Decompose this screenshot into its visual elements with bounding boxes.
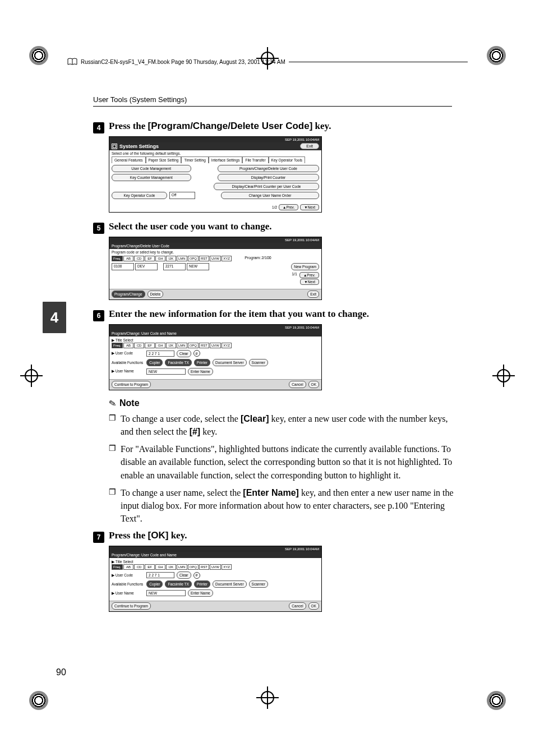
function-button[interactable]: Document Server bbox=[213, 359, 247, 366]
page-number: 90 bbox=[56, 667, 66, 677]
ok-button[interactable]: OK bbox=[308, 602, 319, 610]
function-button[interactable]: Facsimile TX bbox=[165, 359, 191, 366]
setting-button[interactable]: User Code Management bbox=[112, 165, 191, 172]
registration-mark-bottom bbox=[256, 686, 279, 709]
pager-next[interactable]: ▼Next bbox=[300, 279, 319, 285]
ok-button[interactable]: OK bbox=[308, 381, 319, 388]
alpha-tab[interactable]: GH bbox=[155, 256, 165, 261]
exit-button[interactable]: Exit bbox=[307, 291, 319, 298]
alpha-tab[interactable]: XYZ bbox=[222, 564, 232, 570]
tab[interactable]: Interface Settings bbox=[209, 156, 243, 163]
user-name-field[interactable]: NEW bbox=[146, 590, 186, 596]
alpha-tab[interactable]: CD bbox=[134, 256, 144, 261]
pager-prev[interactable]: ▲Prev. bbox=[299, 272, 319, 278]
alpha-tab[interactable]: CD bbox=[134, 564, 144, 570]
registration-mark-left bbox=[20, 365, 43, 387]
function-button[interactable]: Scanner bbox=[249, 580, 268, 588]
tab[interactable]: Key Operator Tools bbox=[269, 156, 306, 163]
alpha-tab[interactable]: RST bbox=[199, 564, 209, 570]
setting-button[interactable]: Display/Clear/Print Counter per User Cod… bbox=[214, 183, 319, 190]
clear-button[interactable]: Clear bbox=[177, 350, 191, 357]
function-button[interactable]: Facsimile TX bbox=[165, 580, 191, 588]
user-name-field[interactable]: NEW bbox=[146, 368, 186, 375]
alpha-tab[interactable]: LMN bbox=[177, 564, 187, 570]
alpha-tabs: Freq. AB CD EF GH IJK LMN OPQ RST UVW XY… bbox=[112, 256, 319, 261]
alpha-tab[interactable]: OPQ bbox=[188, 564, 199, 570]
pager-prev[interactable]: ▲Prev. bbox=[279, 204, 298, 210]
alpha-tab[interactable]: OPQ bbox=[188, 256, 199, 261]
alpha-tab[interactable]: EF bbox=[145, 564, 155, 570]
alpha-tab[interactable]: Freq. bbox=[112, 564, 123, 570]
screenshot-system-settings: SEP 19,2001 10:04AM System Settings Exit… bbox=[109, 136, 322, 213]
window-title: Program/Change: User Code and Name bbox=[109, 330, 321, 336]
setting-button[interactable]: Program/Change/Delete User Code bbox=[218, 165, 319, 172]
continue-button[interactable]: Continue to Program bbox=[112, 381, 151, 388]
note-block: ✎ Note ❒ To change a user code, select t… bbox=[93, 398, 458, 525]
alpha-tab[interactable]: RST bbox=[199, 343, 209, 348]
crop-mark-bottom-left bbox=[22, 683, 56, 717]
alpha-tab[interactable]: RST bbox=[199, 256, 209, 261]
pager-next[interactable]: ▼Next bbox=[300, 204, 319, 210]
setting-button[interactable]: Key Operator Code bbox=[112, 192, 167, 199]
user-code-field[interactable]: 2 2 7 1 bbox=[146, 572, 174, 578]
alpha-tab[interactable]: XYZ bbox=[222, 343, 232, 348]
alpha-tab[interactable]: OPQ bbox=[188, 343, 199, 348]
alpha-tab[interactable]: UVW bbox=[210, 564, 221, 570]
code-cell[interactable]: NEW bbox=[187, 263, 209, 270]
code-cell[interactable]: 0100 bbox=[112, 263, 134, 270]
alpha-tab[interactable]: AB bbox=[123, 256, 133, 261]
alpha-tab[interactable]: IJK bbox=[166, 256, 176, 261]
enter-name-button[interactable]: Enter Name bbox=[188, 589, 213, 597]
alpha-tab[interactable]: UVW bbox=[210, 343, 221, 348]
function-button[interactable]: Scanner bbox=[249, 359, 268, 366]
alpha-tab[interactable]: GH bbox=[155, 343, 165, 348]
setting-button[interactable]: Change User Name Order bbox=[221, 192, 319, 199]
alpha-tab[interactable]: AB bbox=[123, 564, 133, 570]
alpha-tab[interactable]: LMN bbox=[177, 256, 187, 261]
alpha-tab[interactable]: Freq. bbox=[112, 343, 123, 348]
content-column: 4 Press the [Program/Change/Delete User … bbox=[93, 120, 458, 620]
user-name-label: ▶ User Name bbox=[112, 369, 144, 374]
enter-name-button[interactable]: Enter Name bbox=[188, 368, 213, 375]
tab[interactable]: Timer Setting bbox=[181, 156, 208, 163]
window-title: System Settings bbox=[119, 144, 159, 149]
cancel-button[interactable]: Cancel bbox=[289, 602, 306, 610]
program-change-button[interactable]: Program/Change bbox=[112, 291, 145, 298]
tab[interactable]: File Transfer bbox=[242, 156, 268, 163]
user-code-field[interactable]: 2 2 7 1 bbox=[146, 351, 174, 357]
settings-icon bbox=[112, 144, 117, 149]
function-button[interactable]: Printer bbox=[194, 359, 210, 366]
alpha-tab[interactable]: EF bbox=[145, 343, 155, 348]
alpha-tab[interactable]: XYZ bbox=[222, 256, 232, 261]
function-button[interactable]: Document Server bbox=[213, 580, 247, 588]
alpha-tab[interactable]: EF bbox=[145, 256, 155, 261]
alpha-tab[interactable]: CD bbox=[134, 343, 144, 348]
code-cell[interactable]: DEV bbox=[135, 263, 158, 270]
hash-button[interactable]: # bbox=[193, 350, 200, 357]
function-button[interactable]: Copier bbox=[146, 580, 163, 588]
delete-button[interactable]: Delete bbox=[147, 291, 164, 298]
exit-button[interactable]: Exit bbox=[300, 143, 319, 149]
alpha-tab[interactable]: GH bbox=[155, 564, 165, 570]
alpha-tab[interactable]: IJK bbox=[166, 564, 176, 570]
setting-button[interactable]: Display/Print Counter bbox=[218, 174, 319, 181]
alpha-tab[interactable]: UVW bbox=[210, 256, 221, 261]
setting-button[interactable]: Key Counter Management bbox=[112, 174, 191, 181]
alpha-tab[interactable]: LMN bbox=[177, 343, 187, 348]
step-4: 4 Press the [Program/Change/Delete User … bbox=[93, 120, 458, 213]
new-program-button[interactable]: New Program bbox=[291, 263, 319, 270]
cancel-button[interactable]: Cancel bbox=[289, 381, 306, 388]
alpha-tab[interactable]: IJK bbox=[166, 343, 176, 348]
tab[interactable]: Paper Size Setting bbox=[146, 156, 182, 163]
step-6: 6 Enter the new information for the item… bbox=[93, 308, 458, 390]
alpha-tab[interactable]: AB bbox=[123, 343, 133, 348]
alpha-tab[interactable]: Freq. bbox=[112, 256, 123, 261]
function-button[interactable]: Printer bbox=[194, 580, 210, 588]
tab[interactable]: General Features bbox=[112, 156, 146, 163]
continue-button[interactable]: Continue to Program bbox=[112, 602, 151, 610]
function-button[interactable]: Copier bbox=[146, 359, 163, 366]
crop-mark-top-right bbox=[479, 39, 513, 73]
clear-button[interactable]: Clear bbox=[177, 571, 191, 579]
code-cell[interactable]: 2271 bbox=[163, 263, 186, 270]
hash-button[interactable]: # bbox=[193, 572, 200, 579]
